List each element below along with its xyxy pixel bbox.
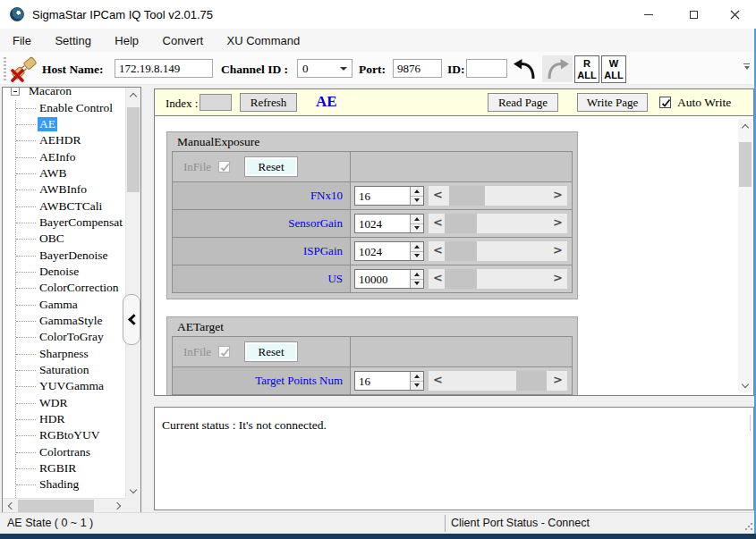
id-input[interactable]	[466, 59, 507, 78]
value-slider[interactable]: < >	[429, 371, 567, 391]
tree-item-awbinfo[interactable]: AWBInfo	[4, 181, 125, 198]
collapse-minus-icon[interactable]	[11, 88, 20, 96]
slider-right-arrow[interactable]: >	[553, 373, 563, 386]
spin-up-icon[interactable]	[411, 372, 423, 381]
scroll-down-arrow[interactable]	[126, 484, 140, 498]
slider-thumb[interactable]	[445, 269, 477, 289]
sidebar-collapse-button[interactable]	[123, 294, 140, 345]
slider-thumb[interactable]	[445, 241, 477, 261]
slider-left-arrow[interactable]: <	[433, 215, 443, 229]
slider-right-arrow[interactable]: >	[553, 243, 563, 257]
spin-up-icon[interactable]	[411, 187, 423, 196]
spinner-value[interactable]: 1024	[355, 242, 410, 260]
scroll-up-arrow[interactable]	[738, 119, 752, 133]
auto-write-checkbox[interactable]	[659, 97, 671, 108]
menu-file[interactable]: File	[3, 29, 41, 52]
tree-item-saturation[interactable]: Saturation	[4, 362, 125, 378]
tree-item-awbctcali[interactable]: AWBCTCali	[4, 198, 125, 214]
value-slider[interactable]: < >	[429, 186, 567, 206]
scrollbar-thumb[interactable]	[739, 142, 752, 187]
toolbar-grip[interactable]	[4, 57, 6, 80]
spin-down-icon[interactable]	[411, 279, 423, 289]
scroll-down-arrow[interactable]	[738, 378, 752, 392]
slider-left-arrow[interactable]: <	[433, 243, 443, 257]
spin-up-icon[interactable]	[411, 215, 423, 223]
spin-down-icon[interactable]	[411, 223, 423, 233]
tree-horizontal-scrollbar[interactable]	[3, 498, 125, 513]
value-slider[interactable]: < >	[429, 269, 567, 289]
read-all-button[interactable]: R ALL	[574, 55, 599, 83]
log-scroll-up-arrow[interactable]	[750, 415, 751, 431]
tree-item-sharpness[interactable]: Sharpness	[4, 346, 125, 362]
slider-left-arrow[interactable]: <	[433, 188, 443, 201]
close-button[interactable]	[714, 0, 755, 29]
spin-down-icon[interactable]	[411, 196, 423, 206]
tree-item-wdr[interactable]: WDR	[4, 395, 125, 411]
minimize-button[interactable]	[628, 0, 669, 29]
value-spinner[interactable]: 10000	[354, 269, 424, 289]
tree-item-colortrans[interactable]: Colortrans	[4, 444, 125, 460]
scrollbar-thumb[interactable]	[127, 107, 140, 192]
slider-right-arrow[interactable]: >	[553, 215, 563, 229]
spinner-value[interactable]: 10000	[355, 270, 410, 288]
value-slider[interactable]: < >	[429, 241, 567, 261]
spinner-buttons[interactable]	[410, 372, 423, 390]
scroll-left-arrow[interactable]	[3, 499, 17, 513]
write-page-button[interactable]: Write Page	[577, 93, 648, 112]
spinner-buttons[interactable]	[410, 242, 423, 260]
tree-item-gammastyle[interactable]: GammaStyle	[4, 313, 125, 329]
tree-item-ae-selected[interactable]: AE	[4, 116, 125, 132]
undo-button[interactable]	[510, 55, 540, 82]
resize-grip[interactable]	[744, 522, 753, 531]
toolbar-overflow-button[interactable]	[743, 63, 751, 70]
tree-item-gamma[interactable]: Gamma	[4, 296, 125, 312]
host-name-input[interactable]: 172.19.8.149	[115, 59, 213, 78]
menu-setting[interactable]: Setting	[45, 29, 100, 52]
tree-item-rgbtoyuv[interactable]: RGBtoYUV	[4, 427, 125, 443]
value-slider[interactable]: < >	[429, 214, 567, 233]
tree-item-bayerdenoise[interactable]: BayerDenoise	[4, 247, 125, 263]
slider-thumb[interactable]	[445, 214, 477, 233]
spin-down-icon[interactable]	[411, 251, 423, 261]
spinner-value[interactable]: 1024	[355, 215, 410, 232]
channel-id-select[interactable]: 0	[297, 59, 353, 78]
tree-item-shading[interactable]: Shading	[4, 476, 125, 493]
tree-root-macaron[interactable]: Macaron	[4, 88, 125, 99]
tree-item-aehdr[interactable]: AEHDR	[4, 132, 125, 148]
spin-up-icon[interactable]	[411, 270, 423, 279]
tree-vertical-scrollbar[interactable]	[125, 88, 140, 498]
reset-button[interactable]: Reset	[244, 156, 298, 177]
scrollbar-thumb[interactable]	[18, 500, 94, 512]
infile-checkbox[interactable]	[218, 346, 230, 358]
tree-item-hdr[interactable]: HDR	[4, 411, 125, 427]
tree-item-colortogray[interactable]: ColorToGray	[4, 329, 125, 345]
tree-item-bayercompensat[interactable]: BayerCompensat	[4, 215, 125, 231]
tree-item-obc[interactable]: OBC	[4, 231, 125, 247]
menu-help[interactable]: Help	[105, 29, 149, 52]
infile-checkbox[interactable]	[218, 161, 230, 173]
tree-item-awb[interactable]: AWB	[4, 165, 125, 181]
value-spinner[interactable]: 16	[354, 371, 424, 391]
tree-item-denoise[interactable]: Denoise	[4, 264, 125, 280]
slider-right-arrow[interactable]: >	[553, 271, 563, 284]
spin-up-icon[interactable]	[411, 242, 423, 251]
tree-item-yuvgamma[interactable]: YUVGamma	[4, 378, 125, 394]
spinner-buttons[interactable]	[410, 270, 423, 288]
spin-down-icon[interactable]	[411, 381, 423, 391]
write-all-button[interactable]: W ALL	[601, 55, 626, 83]
redo-button[interactable]	[542, 55, 573, 82]
menu-xu-command[interactable]: XU Command	[217, 29, 310, 52]
refresh-button[interactable]: Refresh	[240, 93, 297, 112]
scroll-up-arrow[interactable]	[126, 88, 140, 102]
menu-convert[interactable]: Convert	[153, 29, 214, 52]
value-spinner[interactable]: 1024	[354, 214, 424, 233]
tree-item-aeinfo[interactable]: AEInfo	[4, 148, 125, 164]
tree-item-colorcorrection[interactable]: ColorCorrection	[4, 280, 125, 296]
spinner-value[interactable]: 16	[355, 372, 410, 390]
slider-left-arrow[interactable]: <	[433, 271, 443, 284]
read-page-button[interactable]: Read Page	[488, 93, 558, 112]
tree-item-enable-control[interactable]: Enable Control	[4, 99, 125, 115]
reset-button[interactable]: Reset	[244, 341, 298, 362]
parameters-vertical-scrollbar[interactable]	[738, 119, 752, 392]
disconnect-button[interactable]	[8, 55, 40, 82]
